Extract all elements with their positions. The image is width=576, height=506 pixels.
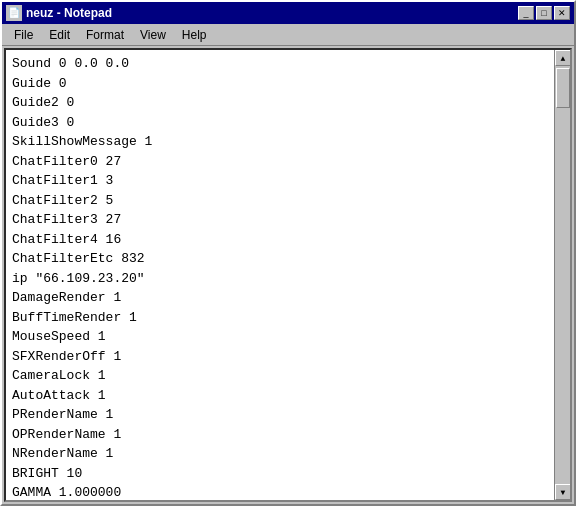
title-bar-left: 📄 neuz - Notepad (6, 5, 112, 21)
close-button[interactable]: ✕ (554, 6, 570, 20)
menu-format[interactable]: Format (78, 26, 132, 44)
menu-file[interactable]: File (6, 26, 41, 44)
minimize-button[interactable]: _ (518, 6, 534, 20)
maximize-button[interactable]: □ (536, 6, 552, 20)
scroll-up-button[interactable]: ▲ (555, 50, 571, 66)
main-window: 📄 neuz - Notepad _ □ ✕ File Edit Format … (0, 0, 576, 506)
menu-view[interactable]: View (132, 26, 174, 44)
vertical-scrollbar: ▲ ▼ (554, 50, 570, 500)
content-area: Sound 0 0.0 0.0 Guide 0 Guide2 0 Guide3 … (4, 48, 572, 502)
title-bar: 📄 neuz - Notepad _ □ ✕ (2, 2, 574, 24)
scroll-track[interactable] (555, 66, 570, 484)
menu-help[interactable]: Help (174, 26, 215, 44)
title-buttons: _ □ ✕ (518, 6, 570, 20)
window-title: neuz - Notepad (26, 6, 112, 20)
menu-edit[interactable]: Edit (41, 26, 78, 44)
scroll-thumb[interactable] (556, 68, 570, 108)
menu-bar: File Edit Format View Help (2, 24, 574, 46)
text-editor[interactable]: Sound 0 0.0 0.0 Guide 0 Guide2 0 Guide3 … (6, 50, 554, 500)
scroll-down-button[interactable]: ▼ (555, 484, 571, 500)
window-icon: 📄 (6, 5, 22, 21)
